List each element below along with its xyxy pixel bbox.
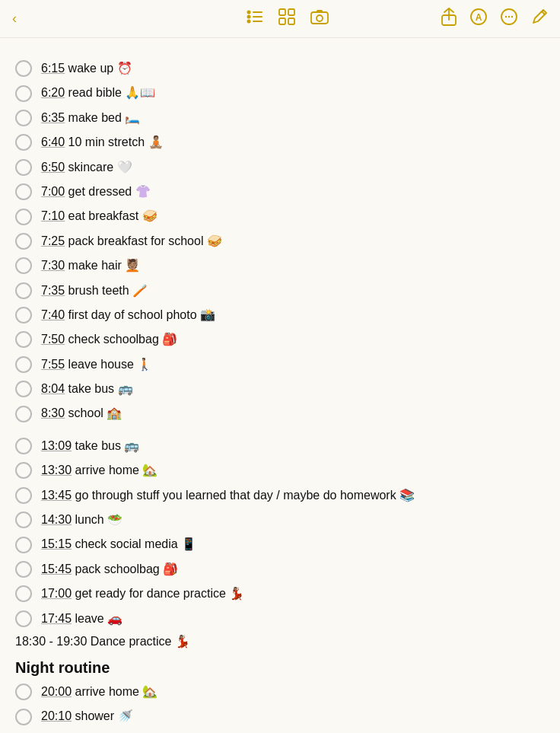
checkbox[interactable] bbox=[15, 406, 32, 422]
item-time: 20:00 bbox=[41, 685, 72, 698]
back-chevron-icon[interactable]: ‹ bbox=[12, 11, 17, 27]
item-time: 7:10 bbox=[41, 209, 65, 222]
svg-point-11 bbox=[317, 15, 323, 21]
svg-rect-4 bbox=[253, 16, 262, 18]
checkbox[interactable] bbox=[15, 684, 32, 700]
checkbox[interactable] bbox=[15, 438, 32, 454]
checkbox[interactable] bbox=[15, 356, 32, 373]
list-icon[interactable] bbox=[247, 10, 263, 27]
item-text: 8:30 school 🏫 bbox=[41, 405, 122, 422]
checkbox[interactable] bbox=[15, 85, 32, 102]
list-item: 8:30 school 🏫 bbox=[15, 401, 545, 425]
list-item: 20:10 shower 🚿 bbox=[15, 704, 545, 728]
item-text: 20:00 arrive home 🏡 bbox=[41, 684, 158, 700]
night-title: Night routine bbox=[15, 659, 545, 677]
item-text: 6:50 skincare 🤍 bbox=[41, 159, 132, 176]
svg-point-1 bbox=[247, 15, 251, 19]
list-item: 6:15 wake up ⏰ bbox=[15, 56, 545, 81]
checkbox[interactable] bbox=[15, 331, 32, 348]
svg-point-0 bbox=[247, 11, 251, 14]
item-time: 7:30 bbox=[41, 259, 65, 272]
svg-rect-5 bbox=[253, 21, 262, 22]
checkbox[interactable] bbox=[15, 209, 32, 225]
list-item: 13:09 take bus 🚌 bbox=[15, 434, 545, 458]
item-time: 7:55 bbox=[41, 358, 65, 371]
list-item: 6:40 10 min stretch 🧘🏽 bbox=[15, 130, 545, 155]
item-text: 13:45 go through stuff you learned that … bbox=[41, 487, 415, 504]
item-time: 17:00 bbox=[41, 587, 72, 600]
item-text: 7:10 eat breakfast 🥪 bbox=[41, 208, 158, 225]
item-time: 7:40 bbox=[41, 308, 65, 321]
dance-practice-label: 18:30 - 19:30 Dance practice 💃🏽 bbox=[15, 631, 545, 652]
svg-point-2 bbox=[247, 20, 251, 24]
checkbox[interactable] bbox=[15, 257, 32, 274]
item-time: 6:35 bbox=[41, 111, 65, 124]
item-text: 7:35 brush teeth 🪥 bbox=[41, 282, 148, 299]
list-item: 6:50 skincare 🤍 bbox=[15, 155, 545, 180]
list-item: 13:45 go through stuff you learned that … bbox=[15, 483, 545, 508]
list-item: 6:20 read bible 🙏📖 bbox=[15, 81, 545, 105]
item-text: 17:00 get ready for dance practice 💃🏽 bbox=[41, 585, 244, 602]
list-item: 7:25 pack breakfast for school 🥪 bbox=[15, 229, 545, 253]
item-time: 7:00 bbox=[41, 185, 65, 198]
item-text: 6:20 read bible 🙏📖 bbox=[41, 84, 155, 101]
list-item: 7:55 leave house 🚶🏽 bbox=[15, 352, 545, 377]
camera-icon[interactable] bbox=[310, 9, 329, 28]
checkbox[interactable] bbox=[15, 183, 32, 200]
item-text: 7:55 leave house 🚶🏽 bbox=[41, 356, 152, 373]
list-item: 8:04 take bus 🚌 bbox=[15, 377, 545, 401]
checkbox[interactable] bbox=[15, 381, 32, 397]
toolbar-center bbox=[191, 8, 370, 29]
list-item: 14:30 lunch 🥗 bbox=[15, 508, 545, 532]
svg-point-19 bbox=[511, 16, 513, 18]
toolbar-left: ‹ bbox=[12, 11, 191, 27]
item-text: 13:09 take bus 🚌 bbox=[41, 438, 139, 454]
item-time: 15:45 bbox=[41, 562, 72, 575]
svg-rect-6 bbox=[279, 9, 285, 15]
list-item: 6:35 make bed 🛏️ bbox=[15, 106, 545, 130]
item-time: 13:30 bbox=[41, 464, 72, 476]
checkbox[interactable] bbox=[15, 159, 32, 176]
item-text: 20:10 shower 🚿 bbox=[41, 708, 133, 725]
checkbox[interactable] bbox=[15, 134, 32, 151]
item-time: 8:04 bbox=[41, 382, 65, 395]
item-text: 6:40 10 min stretch 🧘🏽 bbox=[41, 134, 164, 151]
checkbox[interactable] bbox=[15, 462, 32, 479]
grid-icon[interactable] bbox=[278, 8, 295, 29]
checkbox[interactable] bbox=[15, 561, 32, 578]
checkbox[interactable] bbox=[15, 537, 32, 553]
list-item: 15:15 check social media 📱 bbox=[15, 532, 545, 556]
checkbox[interactable] bbox=[15, 487, 32, 504]
checkbox[interactable] bbox=[15, 110, 32, 126]
checkbox[interactable] bbox=[15, 307, 32, 323]
item-time: 6:50 bbox=[41, 161, 65, 174]
checkbox[interactable] bbox=[15, 610, 32, 627]
more-icon[interactable] bbox=[501, 8, 517, 29]
checkbox[interactable] bbox=[15, 512, 32, 528]
list-item: 7:50 check schoolbag 🎒 bbox=[15, 327, 545, 352]
checkbox[interactable] bbox=[15, 60, 32, 77]
list-item: 20:00 arrive home 🏡 bbox=[15, 680, 545, 704]
checkbox[interactable] bbox=[15, 709, 32, 725]
checkbox[interactable] bbox=[15, 233, 32, 250]
checkbox[interactable] bbox=[15, 282, 32, 299]
svg-point-18 bbox=[508, 16, 510, 18]
list-item: 7:35 brush teeth 🪥 bbox=[15, 279, 545, 303]
svg-rect-3 bbox=[253, 11, 262, 13]
list-item: 13:30 arrive home 🏡 bbox=[15, 458, 545, 483]
item-time: 7:50 bbox=[41, 333, 65, 346]
list-item: 7:10 eat breakfast 🥪 bbox=[15, 204, 545, 228]
list-item: 15:45 pack schoolbag 🎒 bbox=[15, 557, 545, 582]
svg-rect-12 bbox=[317, 10, 323, 13]
item-text: 6:15 wake up ⏰ bbox=[41, 60, 132, 77]
checkbox[interactable] bbox=[15, 585, 32, 602]
person-icon[interactable]: A bbox=[470, 8, 487, 29]
item-time: 6:15 bbox=[41, 62, 65, 75]
compose-icon[interactable] bbox=[531, 8, 548, 29]
item-time: 7:25 bbox=[41, 234, 65, 247]
item-text: 8:04 take bus 🚌 bbox=[41, 381, 133, 397]
item-time: 14:30 bbox=[41, 513, 72, 526]
item-time: 6:20 bbox=[41, 86, 65, 99]
share-icon[interactable] bbox=[441, 8, 457, 30]
item-time: 7:35 bbox=[41, 284, 65, 297]
